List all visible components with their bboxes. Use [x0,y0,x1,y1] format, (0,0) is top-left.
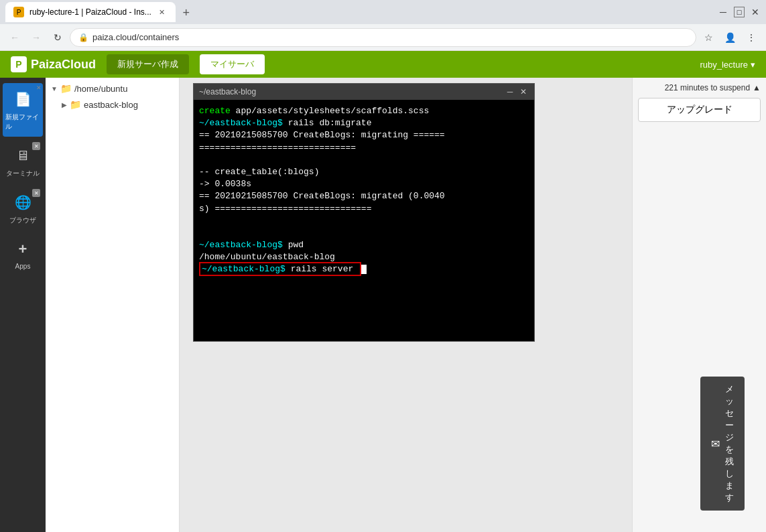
reload-button[interactable]: ↻ [48,28,67,47]
terminal-cursor [361,265,367,274]
file-tree-item-blog[interactable]: ▶ 📁 eastback-blog [46,96,179,113]
paiza-logo-icon: P [11,56,27,72]
terminal-line-10 [199,215,529,227]
sidebar-file-close[interactable]: ✕ [36,84,42,91]
terminal-close-button[interactable]: ✕ [518,86,529,97]
browser-toolbar: ← → ↻ 🔒 paiza.cloud/containers ☆ 👤 ⋮ [0,24,766,51]
tab-label: ruby-lecture-1 | PaizaCloud - Ins... [29,7,151,17]
menu-icon[interactable]: ⋮ [742,28,761,47]
forward-button[interactable]: → [27,28,46,47]
sidebar-item-file[interactable]: 📄 新規ファイル ✕ [3,83,43,137]
sidebar-item-apps[interactable]: + Apps [3,233,43,275]
lock-icon: 🔒 [78,33,88,42]
message-label: メッセージを残します [725,383,734,504]
terminal-icon: 🖥 [12,145,34,166]
browser-badge: ✕ [32,189,40,197]
terminal-titlebar: ~/eastback-blog ─ ✕ [194,84,534,100]
left-sidebar: 📄 新規ファイル ✕ ✕ 🖥 ターミナル ✕ 🌐 ブラウザ + Apps [0,78,46,532]
file-tree-label-home: /home/ubuntu [74,84,128,94]
terminal-line-6: -- create_table(:blogs) [199,166,529,178]
file-tree-label-blog: eastback-blog [84,100,138,110]
suspend-info: 221 minutes to suspend ▲ [638,83,761,92]
terminal-line-8: == 20210215085700 CreateBlogs: migrated … [199,190,529,202]
suspend-arrow: ▲ [753,83,761,92]
terminal-minimize-button[interactable]: ─ [505,86,515,97]
paiza-logo-text: PaizaCloud [31,58,96,72]
toolbar-right: ☆ 👤 ⋮ [699,28,761,47]
active-tab[interactable]: P ruby-lecture-1 | PaizaCloud - Ins... ✕ [5,2,176,22]
paiza-header: P PaizaCloud 新規サーバ作成 マイサーバ ruby_lecture … [0,51,766,78]
tab-favicon: P [13,7,24,17]
sidebar-apps-label: Apps [15,263,31,270]
terminal-line-7: -> 0.0038s [199,178,529,190]
file-tree: ▼ 📁 /home/ubuntu ▶ 📁 eastback-blog [46,78,180,532]
window-close-button[interactable]: ✕ [750,7,761,17]
tab-close-button[interactable]: ✕ [157,7,168,17]
terminal-line-2: ~/eastback-blog$ rails db:migrate [199,117,529,129]
content-area: ~/eastback-blog ─ ✕ create app/assets/st… [180,78,632,532]
terminal-line-12: ~/eastback-blog$ pwd [199,239,529,251]
terminal-line-9: s) ============================== [199,203,529,215]
sidebar-item-browser[interactable]: ✕ 🌐 ブラウザ [3,186,43,230]
tab-bar: P ruby-lecture-1 | PaizaCloud - Ins... ✕… [5,2,196,22]
address-bar[interactable]: 🔒 paiza.cloud/containers [70,28,696,47]
sidebar-file-label: 新規ファイル [5,113,40,131]
terminal-title: ~/eastback-blog [199,87,256,96]
file-icon: 📄 [12,88,34,110]
bookmark-star-icon[interactable]: ☆ [699,28,718,47]
sidebar-browser-label: ブラウザ [9,216,36,225]
browser-titlebar: P ruby-lecture-1 | PaizaCloud - Ins... ✕… [0,0,766,24]
terminal-line-11 [199,227,529,239]
terminal-line-3: == 20210215085700 CreateBlogs: migrating… [199,129,529,141]
terminal-controls: ─ ✕ [505,86,529,97]
new-tab-button[interactable]: + [177,3,196,22]
terminal-badge: ✕ [32,142,40,150]
user-dropdown-icon: ▾ [751,60,755,70]
sidebar-item-terminal[interactable]: ✕ 🖥 ターミナル [3,139,43,184]
expand-arrow: ▼ [51,85,58,92]
file-tree-item-home[interactable]: ▼ 📁 /home/ubuntu [46,80,179,96]
terminal-line-4: ============================== [199,142,529,154]
terminal-body[interactable]: create app/assets/stylesheets/scaffolds.… [194,100,534,341]
expand-arrow-blog: ▶ [62,101,67,109]
user-label: ruby_lecture [700,60,748,70]
suspend-label: 221 minutes to suspend [665,83,750,92]
terminal-window: ~/eastback-blog ─ ✕ create app/assets/st… [193,83,535,342]
user-menu[interactable]: ruby_lecture ▾ [700,60,755,70]
main-area: 📄 新規ファイル ✕ ✕ 🖥 ターミナル ✕ 🌐 ブラウザ + Apps ▼ 📁… [0,78,766,532]
right-panel: 221 minutes to suspend ▲ アップグレード [632,78,766,532]
folder-icon-blog: 📁 [70,99,81,110]
sidebar-terminal-label: ターミナル [6,169,40,178]
message-icon: ✉ [711,438,720,450]
address-text: paiza.cloud/containers [92,32,688,42]
message-button[interactable]: ✉ メッセージを残します [700,377,745,511]
upgrade-button[interactable]: アップグレード [638,98,761,122]
new-server-button[interactable]: 新規サーバ作成 [107,54,189,74]
my-server-button[interactable]: マイサーバ [200,54,265,74]
terminal-current-line: ~/eastback-blog$ rails server [199,263,529,275]
profile-icon[interactable]: 👤 [720,28,739,47]
maximize-button[interactable]: □ [734,7,745,17]
terminal-line-5 [199,154,529,166]
back-button[interactable]: ← [5,28,24,47]
folder-icon: 📁 [60,83,72,94]
terminal-line-1: create app/assets/stylesheets/scaffolds.… [199,105,529,117]
minimize-button[interactable]: ─ [718,7,728,17]
terminal-prompt-highlight: ~/eastback-blog$ rails server [199,262,361,276]
apps-icon: + [12,239,34,260]
paiza-logo: P PaizaCloud [11,56,96,72]
browser-icon: 🌐 [12,192,34,213]
